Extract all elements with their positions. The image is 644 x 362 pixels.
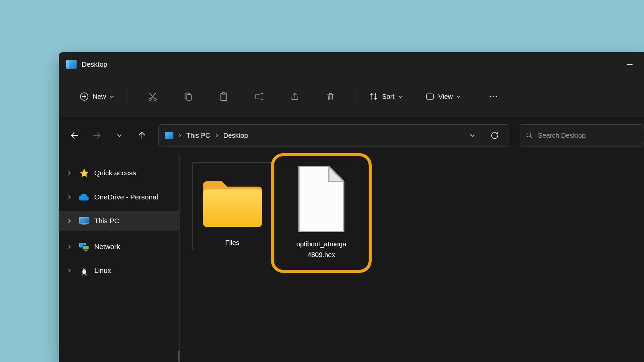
sidebar-item-label: Quick access xyxy=(94,169,136,177)
minimize-button[interactable] xyxy=(623,57,637,72)
cloud-icon xyxy=(79,192,90,202)
sort-button-label: Sort xyxy=(382,93,394,101)
chevron-down-icon xyxy=(116,132,122,138)
sidebar-item-linux[interactable]: Linux xyxy=(59,261,179,280)
breadcrumb-chevron-icon xyxy=(215,133,219,138)
sidebar: Quick access OneDrive - Personal xyxy=(59,154,179,362)
sort-arrows-icon xyxy=(369,92,379,102)
minimize-icon xyxy=(627,64,633,65)
forward-arrow-icon xyxy=(92,130,102,140)
scissors-icon xyxy=(148,92,158,102)
expand-chevron-icon[interactable] xyxy=(67,218,72,224)
file-explorer-window: Desktop New xyxy=(59,52,644,362)
folder-icon xyxy=(200,175,265,230)
titlebar: Desktop xyxy=(59,52,644,76)
address-dropdown-icon[interactable] xyxy=(469,132,475,138)
sidebar-item-label: This PC xyxy=(94,217,119,225)
breadcrumb-this-pc[interactable]: This PC xyxy=(186,132,210,139)
search-placeholder: Search Desktop xyxy=(538,132,586,139)
toolbar-separator xyxy=(474,89,474,104)
up-arrow-icon xyxy=(137,130,147,140)
rename-icon xyxy=(254,92,264,102)
document-icon xyxy=(295,165,348,233)
explorer-body: Quick access OneDrive - Personal xyxy=(59,154,644,362)
address-bar-controls xyxy=(469,131,504,140)
search-box[interactable]: Search Desktop xyxy=(519,124,644,146)
file-name-line-1: optiboot_atmega xyxy=(286,239,357,249)
recent-locations-button[interactable] xyxy=(111,126,127,145)
view-box-icon xyxy=(425,92,435,102)
cut-button[interactable] xyxy=(143,87,162,106)
expand-chevron-icon[interactable] xyxy=(67,268,72,273)
more-button[interactable] xyxy=(484,87,503,106)
nav-up-button[interactable] xyxy=(133,126,150,145)
rename-button[interactable] xyxy=(250,87,269,106)
desktop-app-icon xyxy=(66,60,77,69)
star-icon xyxy=(79,168,90,178)
monitor-icon xyxy=(79,216,90,226)
sidebar-item-label: Network xyxy=(94,243,120,251)
plus-circle-icon xyxy=(79,92,89,102)
chevron-down-icon xyxy=(109,94,114,99)
share-button[interactable] xyxy=(285,87,305,106)
view-button[interactable]: View xyxy=(420,87,467,106)
breadcrumb-chevron-icon xyxy=(178,133,182,138)
sidebar-item-this-pc[interactable]: This PC xyxy=(59,211,179,231)
trash-icon xyxy=(325,92,335,102)
toolbar-separator xyxy=(127,89,127,104)
file-name: optiboot_atmega 4809.hex xyxy=(286,239,357,260)
paste-icon xyxy=(219,92,229,102)
network-icon xyxy=(79,241,90,252)
chevron-down-icon xyxy=(456,94,461,99)
view-button-label: View xyxy=(438,93,453,101)
back-arrow-icon xyxy=(69,130,79,140)
share-icon xyxy=(290,92,300,102)
new-button[interactable]: New xyxy=(74,87,120,106)
file-name: Files xyxy=(193,239,272,247)
content-area[interactable]: Files optiboot_atmega 4809.hex xyxy=(180,154,644,362)
sidebar-item-label: OneDrive - Personal xyxy=(94,193,158,201)
nav-forward-button[interactable] xyxy=(89,126,105,145)
file-item-hex[interactable]: optiboot_atmega 4809.hex xyxy=(280,157,362,261)
nav-back-button[interactable] xyxy=(66,126,83,145)
sidebar-item-quick-access[interactable]: Quick access xyxy=(59,163,179,183)
more-dots-icon xyxy=(488,92,498,102)
breadcrumb-desktop[interactable]: Desktop xyxy=(223,132,248,139)
navigation-bar: This PC Desktop Search Desktop xyxy=(59,117,644,154)
sidebar-item-label: Linux xyxy=(94,266,111,275)
command-bar: New xyxy=(59,76,644,117)
sidebar-item-network[interactable]: Network xyxy=(59,237,179,256)
copy-icon xyxy=(183,92,193,102)
refresh-icon[interactable] xyxy=(490,131,499,140)
address-bar[interactable]: This PC Desktop xyxy=(158,124,510,146)
sort-button[interactable]: Sort xyxy=(363,87,408,106)
expand-chevron-icon[interactable] xyxy=(67,170,72,176)
window-title: Desktop xyxy=(82,60,107,68)
sidebar-item-onedrive[interactable]: OneDrive - Personal xyxy=(59,187,179,207)
toolbar-separator xyxy=(356,89,356,104)
penguin-icon xyxy=(79,265,90,276)
file-name-line-2: 4809.hex xyxy=(286,249,357,260)
desktop-location-icon xyxy=(165,132,173,139)
copy-button[interactable] xyxy=(178,87,198,106)
expand-chevron-icon[interactable] xyxy=(67,244,72,249)
delete-button[interactable] xyxy=(321,87,340,106)
expand-chevron-icon[interactable] xyxy=(67,194,72,200)
search-icon xyxy=(525,131,533,139)
paste-button[interactable] xyxy=(214,87,233,106)
file-item-files[interactable]: Files xyxy=(192,162,272,250)
chevron-down-icon xyxy=(398,94,403,99)
new-button-label: New xyxy=(93,93,106,101)
